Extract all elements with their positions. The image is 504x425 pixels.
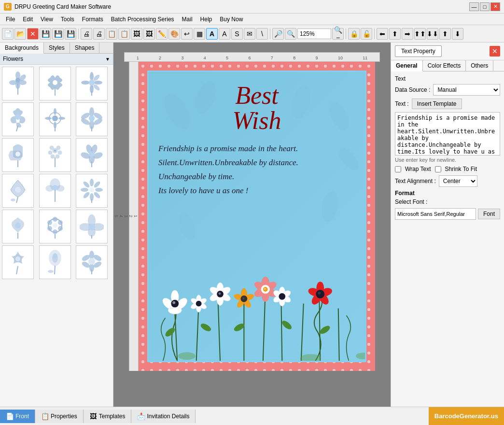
font-button[interactable]: Font <box>478 209 500 219</box>
menu-batch[interactable]: Batch Processing Series <box>107 15 178 24</box>
print2-button[interactable]: 🖨 <box>93 28 105 40</box>
thumb-10[interactable] <box>2 174 34 208</box>
menu-formats[interactable]: Formats <box>78 15 107 24</box>
thumb-4[interactable] <box>2 102 34 136</box>
back-button[interactable]: ⬅ <box>377 28 388 40</box>
alignment-select[interactable]: Center Left Right <box>439 175 477 187</box>
thumb-11[interactable] <box>39 174 71 208</box>
menu-view[interactable]: View <box>37 15 57 24</box>
thumb-2[interactable] <box>39 67 71 100</box>
img-button[interactable]: 🖼 <box>131 28 142 40</box>
thumb-14[interactable] <box>39 210 71 243</box>
arr3-button[interactable]: ⬆⬆ <box>414 28 426 40</box>
save-all-button[interactable]: 💾 <box>65 28 76 40</box>
zoom-in2-button[interactable]: 🔍 <box>285 28 296 40</box>
thumb-18[interactable] <box>76 245 108 279</box>
arr4-button[interactable]: ⬇⬇ <box>427 28 438 40</box>
svg-point-38 <box>50 146 54 150</box>
thumb-17[interactable] <box>39 245 71 279</box>
menu-file[interactable]: File <box>2 15 19 24</box>
prop-tab-color-effects[interactable]: Color Effects <box>423 60 466 71</box>
thumb-9[interactable] <box>76 138 108 172</box>
bottom-tab-templates[interactable]: 🖼 Templates <box>84 410 132 423</box>
prop-tab-others[interactable]: Others <box>466 60 493 71</box>
menu-help[interactable]: Help <box>196 15 216 24</box>
menu-buynow[interactable]: Buy Now <box>216 15 247 24</box>
menu-edit[interactable]: Edit <box>19 15 37 24</box>
text-textarea[interactable] <box>395 112 500 156</box>
save-as-button[interactable]: 💾 <box>52 28 64 40</box>
thumb-3[interactable] <box>76 67 108 100</box>
tab-backgrounds[interactable]: Backgrounds <box>0 42 44 54</box>
flower-thumb-10 <box>6 178 30 204</box>
prop-close-button[interactable]: ✕ <box>490 46 500 57</box>
svg-point-77 <box>47 226 52 231</box>
lock2-button[interactable]: 🔓 <box>361 28 372 40</box>
bottom-tab-invitation[interactable]: 📩 Invitation Details <box>131 410 196 423</box>
category-row[interactable]: Flowers ▼ <box>0 54 113 65</box>
text-property-button[interactable]: Text Property <box>395 45 442 57</box>
svg-point-110 <box>175 210 198 242</box>
data-source-select[interactable]: Manual <box>433 84 500 96</box>
open-button[interactable]: 📂 <box>14 28 26 40</box>
text2-button[interactable]: A <box>219 28 230 40</box>
paste-button[interactable]: 📋 <box>118 28 130 40</box>
tab-styles[interactable]: Styles <box>44 42 70 53</box>
mail-button[interactable]: ✉ <box>244 28 255 40</box>
close-file-button[interactable]: ✕ <box>27 28 39 40</box>
bottom-tab-properties[interactable]: 📋 Properties <box>35 410 84 423</box>
undo-button[interactable]: ↩ <box>181 28 193 40</box>
bottom-tab-front[interactable]: 📄 Front <box>0 410 35 423</box>
arr2-button[interactable]: ➡ <box>402 28 413 40</box>
svg-point-39 <box>56 146 60 150</box>
data-source-label: Data Source : <box>395 86 430 93</box>
insert-template-button[interactable]: Insert Template <box>412 99 462 109</box>
thumb-8[interactable] <box>39 138 71 172</box>
shrink-fit-checkbox[interactable] <box>435 166 441 172</box>
zoom-display: 125% <box>297 28 331 39</box>
menu-tools[interactable]: Tools <box>57 15 78 24</box>
prop-tab-general[interactable]: General <box>391 60 423 71</box>
lock-button[interactable]: 🔒 <box>348 28 360 40</box>
thumb-5[interactable] <box>39 102 71 136</box>
arr1-button[interactable]: ⬆ <box>389 28 401 40</box>
thumb-15[interactable] <box>76 210 108 243</box>
menu-mail[interactable]: Mail <box>178 15 196 24</box>
pen-button[interactable]: ✏️ <box>156 28 168 40</box>
thumb-16[interactable] <box>2 245 34 279</box>
thumb-7[interactable] <box>2 138 34 172</box>
paint-button[interactable]: 🎨 <box>168 28 180 40</box>
close-button[interactable]: ✕ <box>490 2 500 11</box>
thumb-6[interactable] <box>76 102 108 136</box>
wrap-text-checkbox[interactable] <box>395 166 401 172</box>
font-value-input[interactable] <box>395 208 476 220</box>
arr6-button[interactable]: ⬇ <box>452 28 463 40</box>
copy-button[interactable]: 📋 <box>106 28 117 40</box>
thumb-13[interactable] <box>2 210 34 243</box>
app-icon: G <box>4 3 12 11</box>
bottom-bar: 📄 Front 📋 Properties 🖼 Templates 📩 Invit… <box>0 407 504 425</box>
svg-point-79 <box>53 223 57 228</box>
prop-body: Text Data Source : Manual Text : Insert … <box>391 71 504 407</box>
barcode-button[interactable]: ▦ <box>194 28 205 40</box>
zoom-minus-button[interactable]: 🔍− <box>332 28 344 40</box>
line-button[interactable]: \ <box>256 28 268 40</box>
svg-point-78 <box>47 220 52 225</box>
thumb-12[interactable] <box>76 174 108 208</box>
zoom-out2-button[interactable]: 🔎 <box>272 28 284 40</box>
properties-tab-label: Properties <box>51 413 77 420</box>
format-section: Format Select Font : Font <box>395 190 500 220</box>
thumb-1[interactable] <box>2 67 34 100</box>
svg-point-61 <box>93 180 101 188</box>
text-button[interactable]: A <box>206 28 218 40</box>
img2-button[interactable]: 🖼 <box>143 28 155 40</box>
maximize-button[interactable]: □ <box>480 2 490 11</box>
save-button[interactable]: 💾 <box>40 28 51 40</box>
minimize-button[interactable]: — <box>469 2 479 11</box>
arc-text-button[interactable]: S <box>231 28 243 40</box>
tab-shapes[interactable]: Shapes <box>70 42 100 53</box>
new-button[interactable]: 📄 <box>2 28 14 40</box>
card-canvas[interactable]: Best Wish Friendship is a promise made i… <box>139 62 375 371</box>
print-button[interactable]: 🖨 <box>81 28 92 40</box>
arr5-button[interactable]: ⬆ <box>439 28 451 40</box>
